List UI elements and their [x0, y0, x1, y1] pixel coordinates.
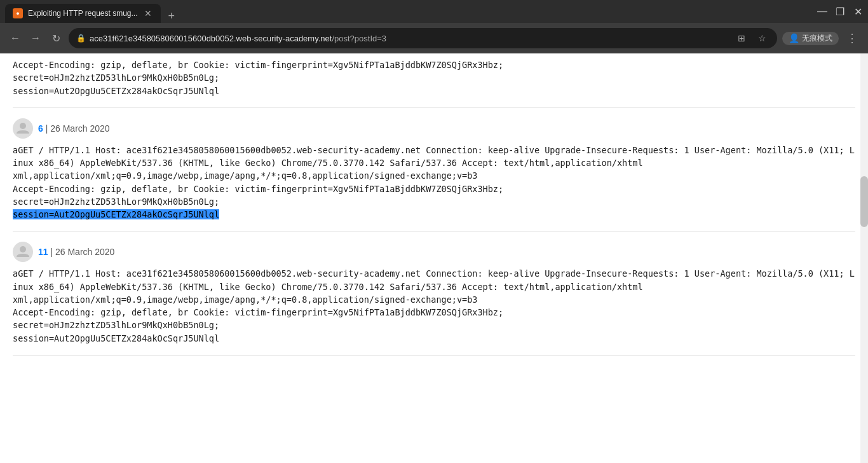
scrollbar-track: [860, 53, 868, 463]
page-content[interactable]: Accept-Encoding: gzip, deflate, br Cooki…: [0, 53, 868, 463]
post-meta-6: 6 | 26 March 2020: [38, 123, 110, 134]
scrollbar-thumb[interactable]: [860, 176, 868, 227]
close-button[interactable]: ✕: [853, 6, 863, 17]
post-body-11: aGET / HTTP/1.1 Host: ace31f621e34580580…: [13, 267, 855, 345]
maximize-button[interactable]: ❐: [835, 6, 845, 17]
address-icons: ⊞ ☆: [734, 31, 770, 46]
highlighted-session: session=Aut2OpgUu5CETZx284akOcSqrJ5UNlql: [13, 209, 219, 219]
chrome-window: ● Exploiting HTTP request smug... ✕ + — …: [0, 0, 868, 463]
minimize-button[interactable]: —: [817, 6, 827, 17]
lock-icon: 🔒: [76, 34, 86, 43]
list-item: 6 | 26 March 2020 aGET / HTTP/1.1 Host: …: [13, 108, 855, 232]
tab-area: ● Exploiting HTTP request smug... ✕ +: [5, 0, 812, 23]
bookmark-icon[interactable]: ☆: [754, 31, 770, 46]
post-item-top: Accept-Encoding: gzip, deflate, br Cooki…: [13, 53, 855, 108]
url-text: ace31f621e3458058060015600db0052.web-sec…: [90, 34, 730, 43]
post-date-11: 26 March 2020: [55, 247, 114, 257]
post-body-6: aGET / HTTP/1.1 Host: ace31f621e34580580…: [13, 144, 855, 221]
tab-title: Exploiting HTTP request smug...: [28, 9, 138, 18]
post-body-top: Accept-Encoding: gzip, deflate, br Cooki…: [13, 59, 855, 97]
svg-point-1: [20, 246, 26, 252]
translate-icon[interactable]: ⊞: [734, 31, 749, 46]
back-button[interactable]: ←: [8, 31, 23, 46]
address-input[interactable]: 🔒 ace31f621e3458058060015600db0052.web-s…: [69, 28, 777, 48]
post-number-6: 6: [38, 123, 43, 134]
active-tab[interactable]: ● Exploiting HTTP request smug... ✕: [5, 4, 161, 23]
refresh-button[interactable]: ↻: [48, 31, 64, 46]
post-meta-11: 11 | 26 March 2020: [38, 247, 114, 257]
tab-close-button[interactable]: ✕: [143, 8, 153, 18]
avatar-6: [13, 118, 33, 139]
post-header-6: 6 | 26 March 2020: [13, 118, 855, 139]
new-tab-button[interactable]: +: [163, 10, 180, 23]
title-bar: ● Exploiting HTTP request smug... ✕ + — …: [0, 0, 868, 23]
list-item: 11 | 26 March 2020 aGET / HTTP/1.1 Host:…: [13, 232, 855, 356]
svg-point-0: [20, 123, 26, 129]
profile-button[interactable]: 👤 无痕模式: [782, 32, 839, 45]
avatar-11: [13, 242, 33, 262]
post-date-6: 26 March 2020: [50, 123, 109, 134]
post-header-11: 11 | 26 March 2020: [13, 242, 855, 262]
address-bar: ← → ↻ 🔒 ace31f621e3458058060015600db0052…: [0, 23, 868, 53]
forward-button[interactable]: →: [28, 31, 43, 46]
menu-button[interactable]: ⋮: [844, 29, 860, 48]
tab-favicon: ●: [13, 8, 23, 18]
post-number-11: 11: [38, 247, 48, 257]
window-controls: — ❐ ✕: [817, 6, 863, 17]
post-list: Accept-Encoding: gzip, deflate, br Cooki…: [0, 53, 868, 356]
